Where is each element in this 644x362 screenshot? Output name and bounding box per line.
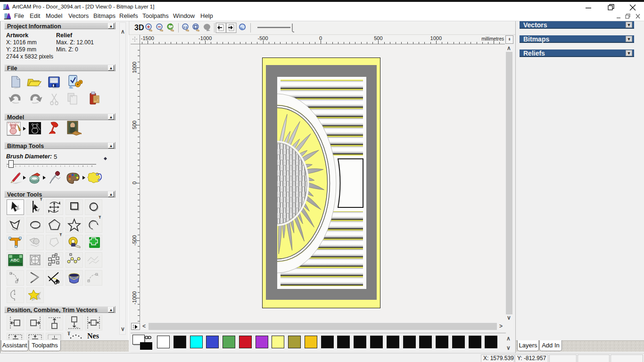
svg-text:1:1: 1:1 [183, 26, 188, 29]
svg-text:ABC: ABC [10, 258, 20, 263]
